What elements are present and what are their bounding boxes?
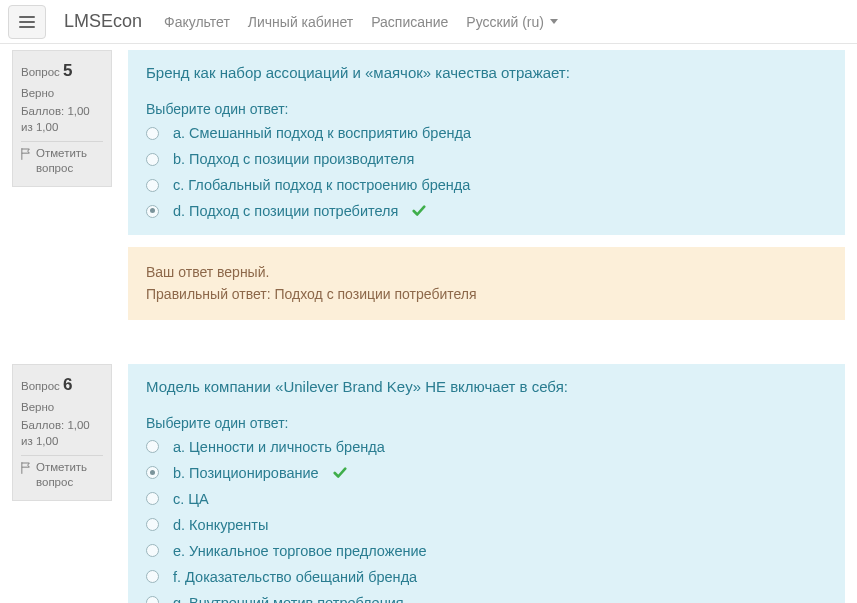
flag-question-link[interactable]: Отметить вопрос [21, 146, 103, 176]
answer-option[interactable]: c. ЦА [146, 491, 827, 507]
feedback-yours: Ваш ответ верный. [146, 261, 827, 283]
answer-option[interactable]: e. Уникальное торговое предложение [146, 543, 827, 559]
flag-icon [21, 148, 31, 160]
question-number: 6 [63, 375, 72, 394]
answer-option[interactable]: g. Внутренний мотив потребления [146, 595, 827, 603]
question-prompt: Выберите один ответ: [146, 101, 827, 117]
brand-title[interactable]: LMSEcon [64, 11, 142, 32]
nav-link-schedule[interactable]: Расписание [371, 14, 448, 30]
answer-label: d. Подход с позиции потребителя [173, 203, 398, 219]
answer-label: a. Ценности и личность бренда [173, 439, 385, 455]
answer-label: f. Доказательство обещаний бренда [173, 569, 417, 585]
answer-option[interactable]: b. Подход с позиции производителя [146, 151, 827, 167]
answer-option[interactable]: b. Позиционирование [146, 465, 827, 481]
question-body: Бренд как набор ассоциаций и «маячок» ка… [128, 50, 845, 235]
radio-icon [146, 205, 159, 218]
flag-label: Отметить вопрос [36, 460, 103, 490]
page-content: Вопрос 5 Верно Баллов: 1,00 из 1,00 Отме… [0, 44, 857, 603]
divider [21, 455, 103, 456]
radio-icon [146, 127, 159, 140]
answer-option[interactable]: d. Подход с позиции потребителя [146, 203, 827, 219]
nav-link-cabinet[interactable]: Личный кабинет [248, 14, 353, 30]
hamburger-icon [19, 16, 35, 28]
question-text: Модель компании «Unilever Brand Key» НЕ … [146, 378, 827, 395]
question-info-panel: Вопрос 6 Верно Баллов: 1,00 из 1,00 Отме… [12, 364, 112, 501]
question-number-line: Вопрос 6 [21, 373, 103, 397]
answer-option[interactable]: d. Конкуренты [146, 517, 827, 533]
radio-icon [146, 179, 159, 192]
question-info-panel: Вопрос 5 Верно Баллов: 1,00 из 1,00 Отме… [12, 50, 112, 187]
nav-link-language-label: Русский (ru) [466, 14, 544, 30]
answer-label: a. Смешанный подход к восприятию бренда [173, 125, 471, 141]
navbar: LMSEcon Факультет Личный кабинет Расписа… [0, 0, 857, 44]
answer-label: c. Глобальный подход к построению бренда [173, 177, 470, 193]
radio-icon [146, 596, 159, 603]
radio-icon [146, 153, 159, 166]
radio-icon [146, 518, 159, 531]
answer-label: c. ЦА [173, 491, 209, 507]
flag-icon [21, 462, 31, 474]
feedback-correct: Правильный ответ: Подход с позиции потре… [146, 283, 827, 305]
answer-label: e. Уникальное торговое предложение [173, 543, 427, 559]
question-status: Верно [21, 85, 103, 101]
question-body: Модель компании «Unilever Brand Key» НЕ … [128, 364, 845, 603]
question-status: Верно [21, 399, 103, 415]
answer-label: b. Позиционирование [173, 465, 319, 481]
question-text: Бренд как набор ассоциаций и «маячок» ка… [146, 64, 827, 81]
nav-link-language[interactable]: Русский (ru) [466, 14, 558, 30]
answer-label: g. Внутренний мотив потребления [173, 595, 404, 603]
question-prompt: Выберите один ответ: [146, 415, 827, 431]
nav-links: Факультет Личный кабинет Расписание Русс… [164, 14, 558, 30]
question-main: Бренд как набор ассоциаций и «маячок» ка… [128, 50, 845, 320]
answer-label: b. Подход с позиции производителя [173, 151, 414, 167]
divider [21, 141, 103, 142]
check-icon [333, 466, 347, 480]
feedback-box: Ваш ответ верный. Правильный ответ: Подх… [128, 247, 845, 320]
hamburger-button[interactable] [8, 5, 46, 39]
check-icon [412, 204, 426, 218]
flag-label: Отметить вопрос [36, 146, 103, 176]
question-row: Вопрос 5 Верно Баллов: 1,00 из 1,00 Отме… [12, 50, 845, 320]
radio-icon [146, 440, 159, 453]
question-number: 5 [63, 61, 72, 80]
radio-icon [146, 466, 159, 479]
answer-option[interactable]: c. Глобальный подход к построению бренда [146, 177, 827, 193]
flag-question-link[interactable]: Отметить вопрос [21, 460, 103, 490]
answer-list: a. Ценности и личность бренда b. Позицио… [146, 439, 827, 603]
answer-label: d. Конкуренты [173, 517, 268, 533]
question-score: Баллов: 1,00 из 1,00 [21, 417, 103, 449]
chevron-down-icon [550, 19, 558, 24]
answer-option[interactable]: f. Доказательство обещаний бренда [146, 569, 827, 585]
answer-list: a. Смешанный подход к восприятию бренда … [146, 125, 827, 219]
radio-icon [146, 492, 159, 505]
question-main: Модель компании «Unilever Brand Key» НЕ … [128, 364, 845, 603]
nav-link-faculty[interactable]: Факультет [164, 14, 230, 30]
radio-icon [146, 570, 159, 583]
question-row: Вопрос 6 Верно Баллов: 1,00 из 1,00 Отме… [12, 364, 845, 603]
answer-option[interactable]: a. Смешанный подход к восприятию бренда [146, 125, 827, 141]
question-label-prefix: Вопрос [21, 66, 60, 78]
answer-option[interactable]: a. Ценности и личность бренда [146, 439, 827, 455]
question-score: Баллов: 1,00 из 1,00 [21, 103, 103, 135]
question-number-line: Вопрос 5 [21, 59, 103, 83]
radio-icon [146, 544, 159, 557]
question-label-prefix: Вопрос [21, 380, 60, 392]
